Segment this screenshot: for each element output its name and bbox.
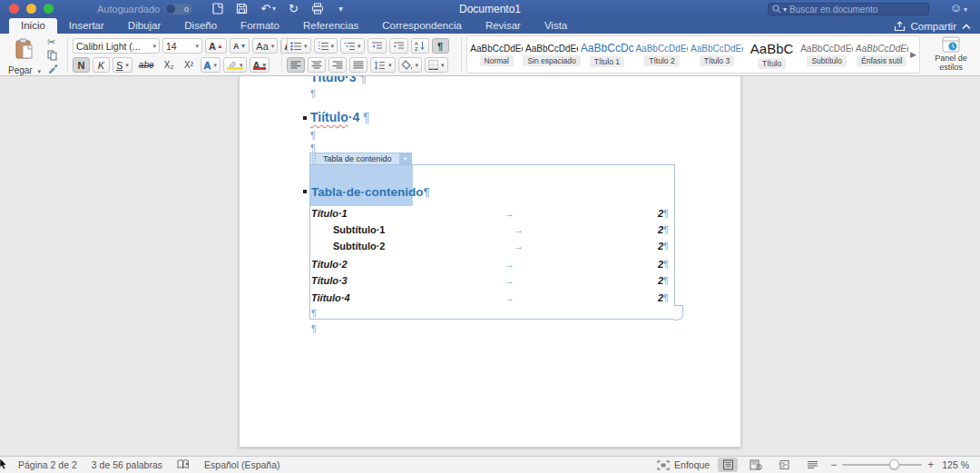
style-titulo-2[interactable]: AaBbCcDdEe Título 2: [634, 37, 690, 72]
underline-button[interactable]: S▾: [113, 57, 132, 73]
tab-insertar[interactable]: Insertar: [57, 18, 116, 34]
style-titulo-1[interactable]: AaBbCcDc Título 1: [580, 37, 635, 72]
show-formatting-marks-button[interactable]: ¶: [432, 38, 449, 54]
align-left-button[interactable]: [287, 57, 305, 73]
toc-entry-titulo-4[interactable]: Tiítulo·4 → 2¶: [311, 292, 674, 308]
styles-gallery: AaBbCcDdEe Normal AaBbCcDdEe Sin espacia…: [466, 35, 920, 74]
bold-button[interactable]: N: [73, 57, 90, 73]
borders-button[interactable]: ▾: [425, 57, 448, 73]
view-print-layout-button[interactable]: [718, 458, 738, 472]
style-sin-espaciado[interactable]: AaBbCcDdEe Sin espaciado: [524, 37, 580, 72]
paste-caret-icon[interactable]: ▾: [37, 68, 41, 74]
justify-button[interactable]: [349, 57, 368, 73]
search-input[interactable]: ▾ Buscar en documento: [768, 3, 929, 15]
language-status[interactable]: Español (España): [204, 459, 279, 470]
styles-more-arrow-icon[interactable]: ▶: [910, 50, 916, 59]
view-web-layout-button[interactable]: [746, 458, 766, 472]
toc-heading[interactable]: Tabla·de·contenido¶: [311, 185, 430, 199]
autosave-control[interactable]: Autoguardado o: [97, 4, 192, 15]
document-page[interactable]: Título·3 ¶ ¶ Tiítulo·4 ¶ ¶ ¶ Tabla de co…: [239, 76, 741, 448]
toc-entry-subtitulo-1[interactable]: Subtítulo·1 → 2¶: [311, 224, 674, 240]
cut-button[interactable]: ✂: [47, 36, 58, 48]
change-case-button[interactable]: Aa▾: [252, 38, 278, 54]
strikethrough-button[interactable]: abe: [135, 57, 158, 73]
align-center-button[interactable]: [308, 57, 326, 73]
tab-vista[interactable]: Vista: [533, 18, 579, 34]
redo-button[interactable]: ↻: [289, 2, 299, 15]
tab-referencias[interactable]: Referencias: [291, 18, 370, 34]
toc-entry-titulo-3[interactable]: Título·3 → 2¶: [311, 275, 674, 291]
superscript-button[interactable]: X²: [181, 57, 198, 73]
close-window-button[interactable]: [9, 4, 19, 14]
grow-font-button[interactable]: A▲: [205, 38, 227, 54]
share-label: Compartir: [911, 21, 956, 32]
zoom-slider[interactable]: − +: [830, 458, 934, 471]
sort-button[interactable]: AZ: [411, 38, 429, 54]
bullet-list-button[interactable]: ▾: [287, 38, 311, 54]
shrink-font-button[interactable]: A▼: [230, 38, 250, 54]
undo-caret-icon[interactable]: ▾: [272, 5, 276, 13]
font-size-select[interactable]: 14 ▾: [162, 38, 202, 54]
tab-correspondencia[interactable]: Correspondencia: [370, 18, 474, 34]
zoom-in-button[interactable]: +: [927, 458, 934, 471]
tab-inicio[interactable]: Inicio: [9, 18, 57, 34]
toolbar-overflow-icon[interactable]: ▾: [337, 4, 343, 14]
style-titulo[interactable]: AaBbC Título: [744, 37, 799, 72]
paste-button[interactable]: Pegar ▾: [7, 38, 42, 75]
word-count[interactable]: 3 de 56 palabras: [92, 459, 162, 470]
misspelled-word: Tiítulo: [310, 110, 348, 124]
styles-pane-button[interactable]: Panel de estilos: [927, 36, 975, 73]
view-outline-button[interactable]: [774, 458, 794, 472]
zoom-window-button[interactable]: [44, 4, 54, 14]
share-button[interactable]: Compartir: [894, 21, 971, 32]
toc-entry-titulo-2[interactable]: Título·2 → 2¶: [311, 259, 674, 274]
collapse-ribbon-chevron-up-icon[interactable]: [962, 24, 971, 30]
page-count[interactable]: Página 2 de 2: [18, 459, 77, 470]
style-titulo-3[interactable]: AaBbCcDdEe Título 3: [690, 37, 745, 72]
style-normal[interactable]: AaBbCcDdEe Normal: [469, 37, 524, 72]
text-effects-button[interactable]: A▾: [201, 57, 220, 73]
print-icon[interactable]: [311, 3, 324, 15]
heading-titulo-4[interactable]: Tiítulo·4 ¶: [310, 110, 370, 124]
toc-content-control-tab[interactable]: Tabla de contenido ▾: [309, 153, 412, 165]
zoom-out-button[interactable]: −: [830, 458, 837, 471]
font-name-select[interactable]: Calibri Light (... ▾: [73, 38, 160, 54]
zoom-slider-track[interactable]: [842, 464, 922, 466]
feedback-smiley-button[interactable]: ☺▾: [950, 1, 967, 15]
highlight-button[interactable]: ▾: [223, 57, 247, 73]
font-color-button[interactable]: A ▾: [250, 57, 270, 73]
zoom-level[interactable]: 125 %: [942, 459, 969, 470]
numbered-list-button[interactable]: ▾: [314, 38, 338, 54]
search-scope-caret-icon[interactable]: ▾: [783, 5, 787, 14]
style-enfasis-sutil[interactable]: AaBbCcDdEe Énfasis sutil: [854, 37, 909, 72]
save-icon[interactable]: [236, 3, 248, 15]
tab-revisar[interactable]: Revisar: [474, 18, 533, 34]
toc-dropdown-button[interactable]: ▾: [399, 153, 411, 164]
autosave-toggle[interactable]: o: [165, 4, 192, 15]
shading-button[interactable]: ▾: [398, 57, 423, 73]
subscript-button[interactable]: X₂: [161, 57, 178, 73]
italic-button[interactable]: K: [93, 57, 110, 73]
heading-titulo-3-partial[interactable]: Título·3 ¶: [310, 76, 367, 84]
undo-button[interactable]: ↶ ▾: [260, 2, 276, 15]
document-canvas[interactable]: Título·3 ¶ ¶ Tiítulo·4 ¶ ¶ ¶ Tabla de co…: [0, 76, 980, 456]
minimize-window-button[interactable]: [26, 4, 36, 14]
tab-formato[interactable]: Formato: [229, 18, 291, 34]
copy-button[interactable]: [47, 49, 58, 61]
format-painter-button[interactable]: [47, 62, 58, 74]
zoom-slider-knob[interactable]: [889, 459, 899, 469]
tab-diseno[interactable]: Diseño: [172, 18, 229, 34]
toc-entry-titulo-1[interactable]: Título·1 → 2¶: [311, 208, 674, 223]
line-spacing-button[interactable]: ▾: [370, 57, 396, 73]
align-right-button[interactable]: [328, 57, 347, 73]
toc-entry-subtitulo-2[interactable]: Subtítulo·2 → 2¶: [311, 241, 674, 256]
increase-indent-button[interactable]: [389, 38, 408, 54]
proofing-status-icon[interactable]: [177, 459, 190, 471]
multilevel-list-button[interactable]: ▾: [340, 38, 365, 54]
new-document-icon[interactable]: [212, 3, 223, 15]
tab-dibujar[interactable]: Dibujar: [116, 18, 172, 34]
focus-mode-button[interactable]: Enfoque: [657, 459, 710, 470]
view-draft-button[interactable]: [802, 458, 822, 472]
style-subtitulo[interactable]: AaBbCcDdEe Subtítulo: [799, 37, 855, 72]
decrease-indent-button[interactable]: [368, 38, 387, 54]
